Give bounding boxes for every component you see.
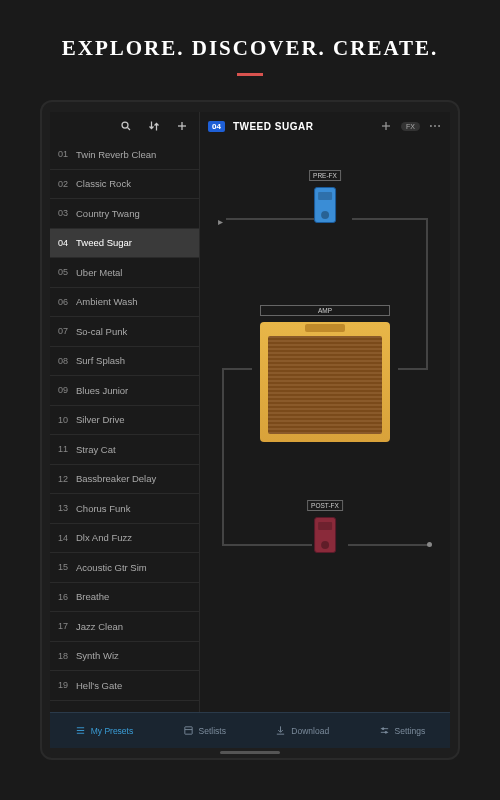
preset-name: So-cal Punk [76,326,127,337]
nav-label: My Presets [91,726,134,736]
content-row: 01Twin Reverb Clean02Classic Rock03Count… [50,112,450,712]
amp-grille [268,336,382,434]
preset-name: Twin Reverb Clean [76,149,156,160]
app-screen: 01Twin Reverb Clean02Classic Rock03Count… [50,112,450,748]
amp-slot[interactable]: AMP [260,305,390,442]
output-node-icon [427,542,432,547]
preset-item[interactable]: 08Surf Splash [50,347,199,377]
prefx-pedal[interactable] [314,187,336,223]
preset-item[interactable]: 05Uber Metal [50,258,199,288]
svg-point-6 [430,125,432,127]
preset-item[interactable]: 18Synth Wiz [50,642,199,672]
chain-wire [348,544,428,546]
chain-wire [222,544,312,546]
preset-item[interactable]: 01Twin Reverb Clean [50,140,199,170]
preset-item[interactable]: 19Hell's Gate [50,671,199,701]
preset-name: Uber Metal [76,267,122,278]
postfx-label: POST-FX [307,500,343,511]
preset-item[interactable]: 09Blues Junior [50,376,199,406]
preset-item[interactable]: 14Dlx And Fuzz [50,524,199,554]
chain-wire [222,368,224,544]
add-icon[interactable] [175,119,189,133]
search-icon[interactable] [119,119,133,133]
svg-point-8 [438,125,440,127]
preset-name: Tweed Sugar [76,237,132,248]
preset-number: 18 [58,651,76,661]
preset-name: Ambient Wash [76,296,137,307]
preset-name: Blues Junior [76,385,128,396]
preset-name: Breathe [76,591,109,602]
nav-settings[interactable]: Settings [379,725,426,736]
postfx-slot[interactable]: POST-FX [307,500,343,553]
preset-number: 11 [58,444,76,454]
chain-wire [352,218,428,220]
tablet-frame: 01Twin Reverb Clean02Classic Rock03Count… [40,100,460,760]
chain-wire [426,218,428,368]
preset-item[interactable]: 13Chorus Funk [50,494,199,524]
svg-point-16 [382,728,384,730]
svg-point-17 [385,731,387,733]
nav-download[interactable]: Download [275,725,329,736]
preset-number: 07 [58,326,76,336]
main-header: 04 TWEED SUGAR FX [200,112,450,140]
preset-number: 01 [58,149,76,159]
signal-chain: ▸ PRE-FX AMP [200,140,450,712]
postfx-pedal[interactable] [314,517,336,553]
preset-name: Bassbreaker Delay [76,473,156,484]
setlist-icon [183,725,194,736]
preset-name: Country Twang [76,208,140,219]
title-underline [237,73,263,76]
preset-list: 01Twin Reverb Clean02Classic Rock03Count… [50,140,199,712]
prefx-slot[interactable]: PRE-FX [309,170,341,223]
preset-item[interactable]: 15Acoustic Gtr Sim [50,553,199,583]
preset-number: 06 [58,297,76,307]
svg-rect-12 [184,727,191,734]
preset-number: 09 [58,385,76,395]
preset-name: Silver Drive [76,414,125,425]
sort-icon[interactable] [147,119,161,133]
preset-name: Stray Cat [76,444,116,455]
preset-number: 02 [58,179,76,189]
amp-cabinet[interactable] [260,322,390,442]
more-icon[interactable] [428,119,442,133]
nav-my-presets[interactable]: My Presets [75,725,134,736]
main-panel: 04 TWEED SUGAR FX ▸ [200,112,450,712]
preset-name: Hell's Gate [76,680,122,691]
page-title: EXPLORE. DISCOVER. CREATE. [0,0,500,73]
preset-item[interactable]: 11Stray Cat [50,435,199,465]
preset-number: 05 [58,267,76,277]
amp-label: AMP [260,305,390,316]
download-icon [275,725,286,736]
preset-item[interactable]: 16Breathe [50,583,199,613]
preset-number: 10 [58,415,76,425]
preset-item[interactable]: 07So-cal Punk [50,317,199,347]
preset-item[interactable]: 02Classic Rock [50,170,199,200]
preset-item[interactable]: 10Silver Drive [50,406,199,436]
nav-setlists[interactable]: Setlists [183,725,226,736]
prefx-label: PRE-FX [309,170,341,181]
preset-item[interactable]: 06Ambient Wash [50,288,199,318]
preset-number: 14 [58,533,76,543]
list-icon [75,725,86,736]
chain-wire [226,218,314,220]
nav-label: Download [291,726,329,736]
preset-item[interactable]: 03Country Twang [50,199,199,229]
preset-number: 13 [58,503,76,513]
preset-item[interactable]: 04Tweed Sugar [50,229,199,259]
svg-point-0 [122,122,128,128]
svg-point-7 [434,125,436,127]
nav-label: Settings [395,726,426,736]
preset-item[interactable]: 17Jazz Clean [50,612,199,642]
preset-name: Surf Splash [76,355,125,366]
sidebar-toolbar [50,112,199,140]
preset-item[interactable]: 12Bassbreaker Delay [50,465,199,495]
add-block-icon[interactable] [379,119,393,133]
preset-title: TWEED SUGAR [233,121,371,132]
preset-number: 12 [58,474,76,484]
fx-badge[interactable]: FX [401,122,420,131]
preset-number: 04 [58,238,76,248]
bottom-nav: My PresetsSetlistsDownloadSettings [50,712,450,748]
chain-wire [398,368,428,370]
preset-number: 16 [58,592,76,602]
nav-label: Setlists [199,726,226,736]
